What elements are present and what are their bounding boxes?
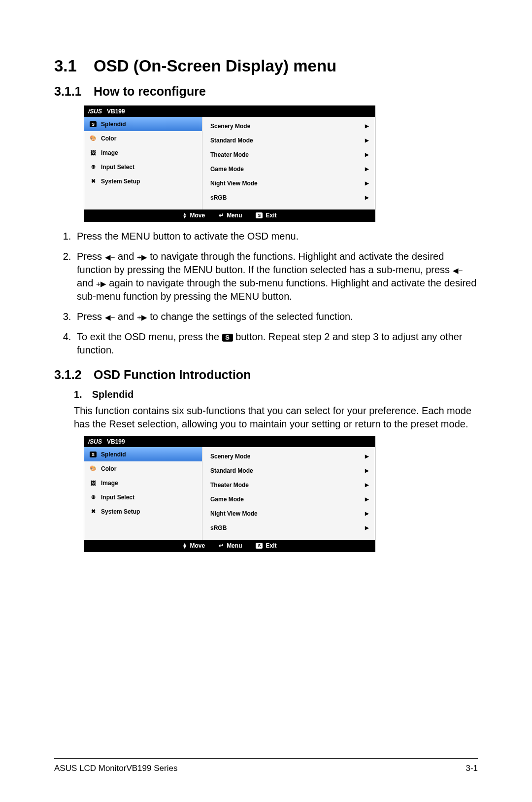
footer-product: ASUS LCD MonitorVB199 Series [54,764,177,773]
chevron-right-icon: ▶ [365,525,369,530]
osd-footer-menu: ↵Menu [219,542,242,549]
osd-screenshot-2: /SUS VB199 S Splendid 🎨 Color 🖼 Image ⊕ [84,436,375,552]
s-icon: S [256,543,263,549]
osd-menu-label: Image [101,149,118,156]
osd-menu-label: Input Select [101,164,134,171]
updown-icon: ▲▼ [183,212,187,219]
page-footer: ASUS LCD MonitorVB199 Series 3-1 [54,758,478,773]
plus-right-icon: +▶ [137,253,147,261]
osd-model: VB199 [107,108,125,115]
osd-footer-menu: ↵Menu [219,212,242,219]
chevron-right-icon: ▶ [365,511,369,516]
input-icon: ⊕ [89,164,97,171]
left-minus-icon: ◀− [105,253,115,261]
osd-mode-nightview: Night View Mode▶ [208,506,371,521]
chevron-right-icon: ▶ [365,195,369,200]
step-3: Press ◀− and +▶ to change the settings o… [74,310,478,323]
osd-footer: ▲▼Move ↵Menu SExit [84,540,375,552]
left-minus-icon: ◀− [453,267,463,274]
menu-icon: ↵ [219,542,224,549]
osd-screenshot-1: /SUS VB199 S Splendid 🎨 Color 🖼 Image ⊕ [84,105,375,222]
manual-page: 3.1OSD (On-Screen Display) menu 3.1.1How… [0,0,532,802]
subsection-311-number: 3.1.1 [54,84,94,99]
osd-menu-image: 🖼 Image [84,145,202,160]
section-title-text: OSD (On-Screen Display) menu [94,57,336,75]
chevron-right-icon: ▶ [365,453,369,459]
osd-mode-srgb: sRGB▶ [208,521,371,535]
chevron-right-icon: ▶ [365,123,369,129]
osd-menu-system-setup: ✖ System Setup [84,174,202,188]
osd-footer-move: ▲▼Move [183,212,205,219]
osd-left-menu: S Splendid 🎨 Color 🖼 Image ⊕ Input Selec… [84,117,202,209]
osd-menu-label: Image [101,480,118,487]
updown-icon: ▲▼ [183,542,187,549]
s-icon: S [256,212,263,218]
step-1: Press the MENU button to activate the OS… [74,230,478,243]
osd-body: S Splendid 🎨 Color 🖼 Image ⊕ Input Selec… [84,117,375,209]
chevron-right-icon: ▶ [365,138,369,143]
osd-menu-label: Splendid [101,121,126,128]
osd-mode-game: Game Mode▶ [208,162,371,176]
osd-brand: /SUS [88,438,102,445]
osd-brand: /SUS [88,108,102,115]
step-2: Press ◀− and +▶ to navigate through the … [74,250,478,303]
subsection-312-title: OSD Function Introduction [94,368,251,382]
osd-footer-exit: SExit [256,542,276,549]
plus-right-icon: +▶ [96,280,106,287]
subsection-312-number: 3.1.2 [54,368,94,382]
osd-menu-label: Input Select [101,494,134,501]
osd-mode-standard: Standard Mode▶ [208,133,371,147]
subsection-312-heading: 3.1.2OSD Function Introduction [54,368,478,382]
osd-menu-label: Splendid [101,451,126,458]
osd-footer-move: ▲▼Move [183,542,205,549]
chevron-right-icon: ▶ [365,482,369,488]
osd-footer-exit: SExit [256,212,276,219]
osd-menu-color: 🎨 Color [84,131,202,145]
osd-header: /SUS VB199 [84,106,375,117]
osd-menu-image: 🖼 Image [84,476,202,490]
osd-mode-scenery: Scenery Mode▶ [208,449,371,463]
osd-mode-theater: Theater Mode▶ [208,147,371,162]
osd-footer: ▲▼Move ↵Menu SExit [84,209,375,221]
osd-menu-splendid: S Splendid [84,447,202,461]
osd-model: VB199 [107,438,125,445]
osd-mode-game: Game Mode▶ [208,492,371,506]
tools-icon: ✖ [89,508,97,515]
osd-right-menu: Scenery Mode▶ Standard Mode▶ Theater Mod… [202,447,375,540]
image-icon: 🖼 [89,149,97,156]
chevron-right-icon: ▶ [365,496,369,502]
plus-right-icon: +▶ [137,314,147,321]
tools-icon: ✖ [89,178,97,185]
osd-menu-system-setup: ✖ System Setup [84,504,202,519]
osd-body: S Splendid 🎨 Color 🖼 Image ⊕ Input Selec… [84,447,375,540]
s-button-icon: S [222,334,233,342]
splendid-description: This function contains six sub-functions… [74,404,478,431]
osd-left-menu: S Splendid 🎨 Color 🖼 Image ⊕ Input Selec… [84,447,202,540]
footer-page-number: 3-1 [466,764,478,773]
section-number: 3.1 [54,57,94,75]
osd-menu-label: System Setup [101,508,140,515]
left-minus-icon: ◀− [105,314,115,321]
splendid-heading: 1. Splendid [74,389,478,400]
step-4: To exit the OSD menu, press the S button… [74,330,478,357]
chevron-right-icon: ▶ [365,166,369,172]
chevron-right-icon: ▶ [365,468,369,473]
osd-menu-label: Color [101,135,116,142]
osd-mode-srgb: sRGB▶ [208,190,371,205]
osd-menu-label: Color [101,465,116,472]
osd-mode-standard: Standard Mode▶ [208,463,371,478]
palette-icon: 🎨 [89,465,97,472]
subsection-311-heading: 3.1.1How to reconfigure [54,84,478,99]
menu-icon: ↵ [219,212,224,219]
osd-mode-nightview: Night View Mode▶ [208,176,371,190]
osd-right-menu: Scenery Mode▶ Standard Mode▶ Theater Mod… [202,117,375,209]
osd-menu-input-select: ⊕ Input Select [84,490,202,504]
image-icon: 🖼 [89,480,97,487]
osd-menu-label: System Setup [101,178,140,185]
osd-header: /SUS VB199 [84,436,375,447]
osd-menu-color: 🎨 Color [84,461,202,476]
s-icon: S [89,121,97,128]
chevron-right-icon: ▶ [365,180,369,186]
chevron-right-icon: ▶ [365,152,369,157]
osd-mode-theater: Theater Mode▶ [208,478,371,492]
